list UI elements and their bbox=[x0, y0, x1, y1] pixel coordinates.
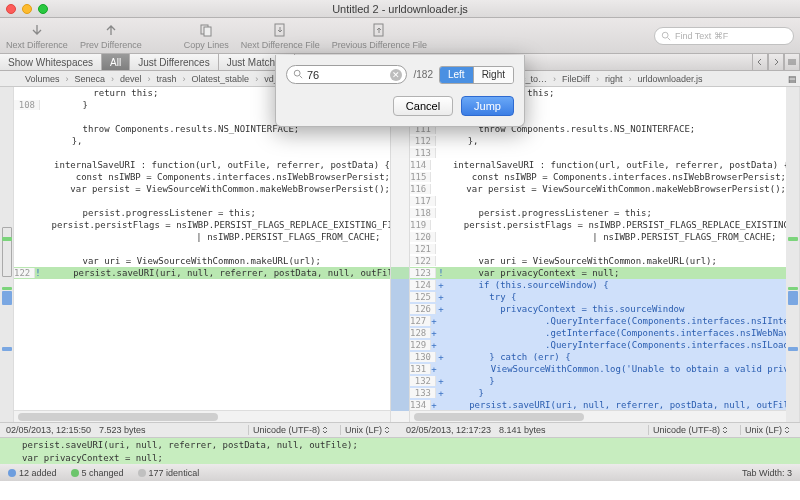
cancel-button[interactable]: Cancel bbox=[393, 96, 453, 116]
nav-forward-button[interactable] bbox=[768, 54, 784, 70]
code-line[interactable] bbox=[14, 279, 390, 291]
breadcrumb-actions-right[interactable]: ▤ bbox=[784, 74, 800, 84]
window-title: Untitled 2 - urldownloader.js bbox=[0, 3, 800, 15]
search-placeholder: Find Text ⌘F bbox=[675, 31, 728, 41]
code-line[interactable]: 128+ .getInterface(Components.interfaces… bbox=[410, 327, 786, 339]
filter-diff-tab[interactable]: Just Differences bbox=[130, 54, 219, 70]
left-minimap[interactable] bbox=[0, 87, 14, 422]
code-line[interactable]: 114 internalSaveURI : function(url, outF… bbox=[410, 159, 786, 171]
copy-lines-button[interactable]: Copy Lines bbox=[184, 22, 229, 50]
right-encoding-dropdown[interactable]: Unicode (UTF-8) bbox=[648, 425, 732, 435]
code-line[interactable] bbox=[14, 339, 390, 351]
code-line[interactable]: 118 persist.progressListener = this; bbox=[410, 207, 786, 219]
code-line[interactable] bbox=[14, 147, 390, 159]
code-line[interactable]: 134+ persist.saveURI(uri, null, referrer… bbox=[410, 399, 786, 410]
arrow-up-icon bbox=[103, 22, 119, 38]
code-line[interactable] bbox=[14, 363, 390, 375]
filter-all-tab[interactable]: All bbox=[102, 54, 130, 70]
diff-connector bbox=[390, 87, 410, 422]
file-down-icon bbox=[272, 22, 288, 38]
updown-icon bbox=[384, 427, 390, 433]
code-line[interactable] bbox=[14, 315, 390, 327]
inline-summary: persist.saveURI(uri, null, referrer, pos… bbox=[0, 438, 800, 464]
toolbar: Next Difference Prev Difference Copy Lin… bbox=[0, 18, 800, 54]
code-line[interactable]: 116 var persist = ViewSourceWithCommon.m… bbox=[410, 183, 786, 195]
code-line[interactable]: 130+ } catch (err) { bbox=[410, 351, 786, 363]
prev-diff-label: Prev Difference bbox=[80, 40, 142, 50]
titlebar: Untitled 2 - urldownloader.js bbox=[0, 0, 800, 18]
left-eol-dropdown[interactable]: Unix (LF) bbox=[340, 425, 394, 435]
right-minimap[interactable] bbox=[786, 87, 800, 422]
segment-right-button[interactable]: Right bbox=[474, 67, 513, 83]
code-line[interactable] bbox=[14, 351, 390, 363]
code-line[interactable]: 132+ } bbox=[410, 375, 786, 387]
prev-diff-button[interactable]: Prev Difference bbox=[80, 22, 142, 50]
code-line[interactable] bbox=[14, 375, 390, 387]
show-whitespace-button[interactable]: Show Whitespaces bbox=[0, 54, 102, 70]
copy-icon bbox=[198, 22, 214, 38]
jump-button[interactable]: Jump bbox=[461, 96, 514, 116]
code-line[interactable] bbox=[14, 399, 390, 410]
code-line[interactable]: 123! var privacyContext = null; bbox=[410, 267, 786, 279]
code-line[interactable] bbox=[14, 243, 390, 255]
code-line[interactable]: | nsIWBP.PERSIST_FLAGS_FROM_CACHE; bbox=[14, 231, 390, 243]
code-line[interactable]: persist.persistFlags = nsIWBP.PERSIST_FL… bbox=[14, 219, 390, 231]
arrow-down-icon bbox=[29, 22, 45, 38]
code-line[interactable]: 117 bbox=[410, 195, 786, 207]
code-line[interactable]: 113 bbox=[410, 147, 786, 159]
status-bar: 12 added 5 changed 177 identical Tab Wid… bbox=[0, 464, 800, 481]
code-line[interactable]: var persist = ViewSourceWithCommon.makeW… bbox=[14, 183, 390, 195]
chevron-right-icon bbox=[772, 58, 780, 66]
right-eol-dropdown[interactable]: Unix (LF) bbox=[740, 425, 794, 435]
left-code[interactable]: return this;108 } throw Components.resul… bbox=[14, 87, 390, 410]
prev-diff-file-button[interactable]: Previous Difference File bbox=[332, 22, 427, 50]
summary-line-1: persist.saveURI(uri, null, referrer, pos… bbox=[0, 438, 800, 451]
right-code[interactable]: return this; }111 throw Components.resul… bbox=[410, 87, 786, 410]
right-pane: return this; }111 throw Components.resul… bbox=[410, 87, 786, 422]
code-line[interactable]: const nsIWBP = Components.interfaces.nsI… bbox=[14, 171, 390, 183]
summary-line-2: var privacyContext = null; bbox=[0, 451, 800, 464]
menu-icon bbox=[787, 58, 797, 66]
right-date: 02/05/2013, 12:17:23 bbox=[406, 425, 491, 435]
tab-width-label[interactable]: Tab Width: 3 bbox=[742, 468, 792, 478]
changed-count: 5 changed bbox=[71, 468, 124, 478]
prev-diff-file-label: Previous Difference File bbox=[332, 40, 427, 50]
right-scrollbar[interactable] bbox=[410, 410, 786, 422]
code-line[interactable]: 126+ privacyContext = this.sourceWindow bbox=[410, 303, 786, 315]
code-line[interactable]: 119 persist.persistFlags = nsIWBP.PERSIS… bbox=[410, 219, 786, 231]
code-line[interactable]: 122! persist.saveURI(uri, null, referrer… bbox=[14, 267, 390, 279]
next-diff-file-button[interactable]: Next Difference File bbox=[241, 22, 320, 50]
code-line[interactable]: 121 bbox=[410, 243, 786, 255]
code-line[interactable]: 122 var uri = ViewSourceWithCommon.makeU… bbox=[410, 255, 786, 267]
code-line[interactable]: 127+ .QueryInterface(Components.interfac… bbox=[410, 315, 786, 327]
left-encoding-dropdown[interactable]: Unicode (UTF-8) bbox=[248, 425, 332, 435]
code-line[interactable]: 129+ .QueryInterface(Components.interfac… bbox=[410, 339, 786, 351]
code-line[interactable] bbox=[14, 327, 390, 339]
jump-to-line-dialog: 76 ✕ /182 Left Right Cancel Jump bbox=[275, 55, 525, 127]
code-line[interactable] bbox=[14, 195, 390, 207]
search-input[interactable]: Find Text ⌘F bbox=[654, 27, 794, 45]
code-line[interactable]: }, bbox=[14, 135, 390, 147]
code-line[interactable]: internalSaveURI : function(url, outFile,… bbox=[14, 159, 390, 171]
line-number-input[interactable]: 76 ✕ bbox=[286, 65, 407, 84]
next-diff-button[interactable]: Next Difference bbox=[6, 22, 68, 50]
code-line[interactable]: 120 | nsIWBP.PERSIST_FLAGS_FROM_CACHE; bbox=[410, 231, 786, 243]
code-line[interactable] bbox=[14, 291, 390, 303]
overflow-button[interactable] bbox=[784, 54, 800, 70]
left-scrollbar[interactable] bbox=[14, 410, 390, 422]
code-line[interactable]: 131+ ViewSourceWithCommon.log('Unable to… bbox=[410, 363, 786, 375]
clear-input-button[interactable]: ✕ bbox=[390, 69, 402, 81]
nav-back-button[interactable] bbox=[752, 54, 768, 70]
code-line[interactable] bbox=[14, 387, 390, 399]
right-bytes: 8.141 bytes bbox=[499, 425, 546, 435]
code-line[interactable]: 115 const nsIWBP = Components.interfaces… bbox=[410, 171, 786, 183]
svg-rect-1 bbox=[204, 27, 211, 36]
code-line[interactable]: 133+ } bbox=[410, 387, 786, 399]
code-line[interactable]: 125+ try { bbox=[410, 291, 786, 303]
code-line[interactable] bbox=[14, 303, 390, 315]
code-line[interactable]: 112 }, bbox=[410, 135, 786, 147]
code-line[interactable]: var uri = ViewSourceWithCommon.makeURL(u… bbox=[14, 255, 390, 267]
code-line[interactable]: 124+ if (this.sourceWindow) { bbox=[410, 279, 786, 291]
code-line[interactable]: persist.progressListener = this; bbox=[14, 207, 390, 219]
segment-left-button[interactable]: Left bbox=[440, 67, 474, 83]
